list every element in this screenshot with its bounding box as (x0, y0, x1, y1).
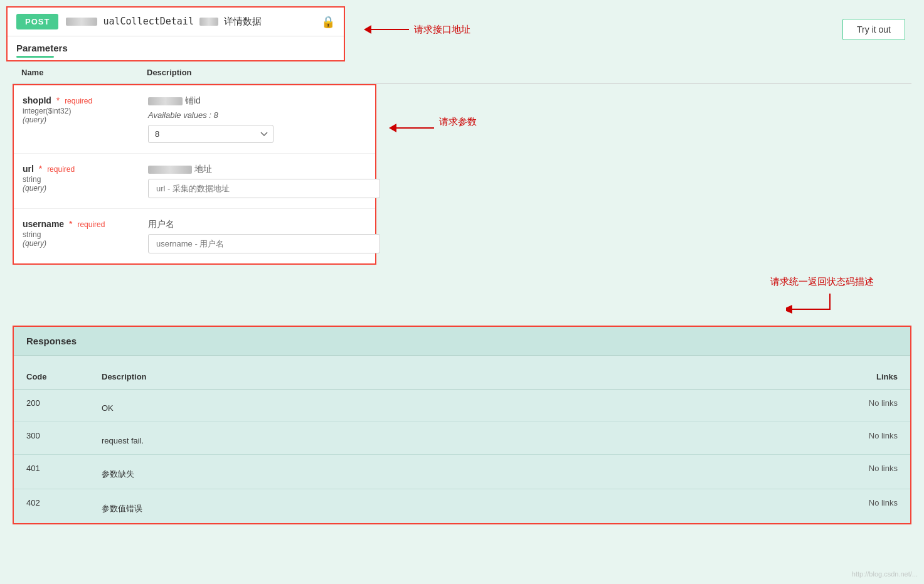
post-badge: POST (16, 14, 58, 29)
param-label-shopid: 铺id (148, 95, 366, 107)
param-location-shopid: (query) (23, 115, 148, 124)
main-content: Name Description shopId * required integ… (6, 61, 918, 524)
resp-code-402: 402 (26, 498, 102, 507)
available-values-shopid: Available values : 8 (148, 110, 366, 120)
label-blur-shopid (148, 97, 183, 105)
required-label-username: required (77, 220, 105, 229)
param-row-url: url * required string (query) 地址 (14, 154, 375, 209)
required-label-shopid: required (65, 97, 92, 105)
param-row-username: username * required string (query) 用户名 (14, 209, 375, 263)
required-star-username: * (69, 219, 72, 229)
param-name-username: username (23, 219, 64, 229)
resp-desc-200-text: OK (102, 403, 822, 413)
params-table-header: Name Description (13, 61, 911, 84)
param-name-col-shopid: shopId * required integer($int32) (query… (23, 95, 148, 124)
param-name-shopid: shopId (23, 95, 51, 105)
label-text-shopid: 铺id (185, 95, 201, 105)
param-name-url: url (23, 164, 34, 174)
resp-desc-300-text: request fail. (102, 436, 822, 445)
col-header-name: Name (21, 68, 147, 77)
param-type-url: string (23, 175, 148, 184)
endpoint-path: ualCollectDetail 详情数据 (66, 16, 262, 28)
resp-desc-300: request fail. (102, 431, 822, 445)
params-arrow-icon (389, 124, 396, 132)
param-name-col-url: url * required string (query) (23, 164, 148, 193)
resp-code-200: 200 (26, 398, 102, 408)
request-url-annotation: 请求接口地址 (364, 24, 470, 36)
params-arrow-line (396, 127, 434, 129)
param-type-username: string (23, 230, 148, 239)
url-input[interactable] (148, 179, 380, 198)
required-star-shopid: * (56, 95, 60, 105)
param-type-shopid: integer($int32) (23, 107, 148, 115)
param-label-username: 用户名 (148, 219, 380, 230)
watermark: http://blog.csdn.net/... (852, 570, 918, 578)
resp-col-links-header: Links (822, 372, 898, 381)
param-desc-col-shopid: 铺id Available values : 8 8 (148, 95, 366, 143)
params-form: shopId * required integer($int32) (query… (13, 84, 376, 265)
label-blur-url (148, 166, 192, 174)
parameters-title: Parameters (16, 43, 335, 53)
response-row-200: 200 OK No links (14, 390, 910, 422)
responses-header: Responses (14, 327, 910, 356)
required-star-url: * (39, 164, 42, 174)
resp-col-desc-header: Description (102, 372, 822, 381)
label-text-url: 地址 (194, 164, 212, 174)
return-codes-annotation-row: 请求统一返回状态码描述 (13, 271, 911, 289)
parameters-underline (16, 56, 54, 58)
request-params-annotation: 请求参数 (389, 122, 477, 134)
resp-links-200: No links (822, 398, 898, 408)
response-row-401: 401 参数缺失 No links (14, 455, 910, 489)
resp-col-code-header: Code (26, 372, 102, 381)
responses-section: Responses Code Description Links 200 OK … (13, 326, 911, 524)
param-label-url: 地址 (148, 164, 380, 175)
param-name-col-username: username * required string (query) (23, 219, 148, 248)
endpoint-section: POST ualCollectDetail 详情数据 🔒 Parameters (6, 6, 345, 61)
request-url-label: 请求接口地址 (414, 24, 470, 36)
shopid-select[interactable]: 8 (148, 125, 273, 143)
param-row-shopid: shopId * required integer($int32) (query… (14, 85, 375, 154)
resp-links-401: No links (822, 464, 898, 473)
resp-code-300: 300 (26, 431, 102, 440)
return-codes-label: 请求统一返回状态码描述 (770, 276, 874, 288)
resp-links-300: No links (822, 431, 898, 440)
try-it-out-button[interactable]: Try it out (842, 19, 905, 40)
responses-spacer (14, 356, 910, 364)
parameters-section: Parameters (8, 36, 344, 60)
arrow-line (371, 29, 409, 30)
lock-icon: 🔒 (321, 15, 335, 29)
return-codes-arrow-svg (786, 290, 836, 316)
username-input[interactable] (148, 234, 380, 253)
path-text: ualCollectDetail (103, 16, 194, 27)
endpoint-header: POST ualCollectDetail 详情数据 🔒 (8, 8, 344, 36)
resp-desc-402-text: 参数值错误 (102, 503, 822, 514)
path-blur-1 (66, 18, 97, 26)
resp-links-402: No links (822, 498, 898, 507)
response-row-300: 300 request fail. No links (14, 422, 910, 455)
path-suffix: 详情数据 (224, 16, 262, 27)
required-label-url: required (47, 165, 75, 174)
responses-table-header: Code Description Links (14, 364, 910, 390)
resp-desc-401: 参数缺失 (102, 464, 822, 480)
param-location-username: (query) (23, 239, 148, 248)
page-wrapper: POST ualCollectDetail 详情数据 🔒 Parameters (0, 0, 924, 584)
resp-desc-401-text: 参数缺失 (102, 469, 822, 480)
resp-code-401: 401 (26, 464, 102, 473)
param-desc-col-username: 用户名 (148, 219, 380, 253)
response-row-402: 402 参数值错误 No links (14, 489, 910, 523)
left-arrow-icon (364, 25, 371, 34)
resp-desc-402: 参数值错误 (102, 498, 822, 514)
label-text-username: 用户名 (148, 219, 174, 229)
param-location-url: (query) (23, 184, 148, 193)
return-codes-arrow-row (13, 289, 911, 319)
col-header-description: Description (147, 68, 903, 77)
path-blur-2 (199, 18, 218, 26)
request-params-label: 请求参数 (439, 116, 477, 128)
resp-desc-200: OK (102, 398, 822, 413)
param-desc-col-url: 地址 (148, 164, 380, 198)
